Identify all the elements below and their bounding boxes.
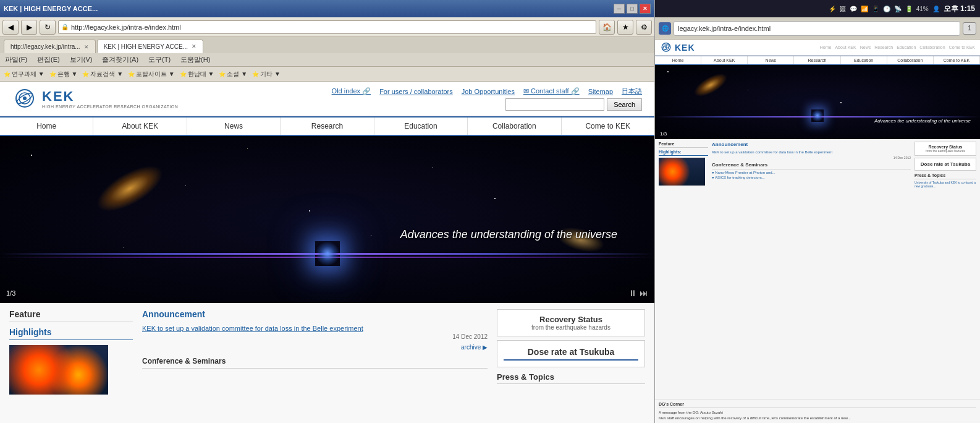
mobile-conference-link-2[interactable]: ● ASICS for tracking detectors... <box>712 176 911 179</box>
bookmark-other[interactable]: ⭐ 기타 ▼ <box>252 70 281 79</box>
tab-1[interactable]: http://legacy.kek.jp/intra... ✕ <box>4 40 96 53</box>
mobile-nav-education[interactable]: Education <box>841 56 887 64</box>
menu-view[interactable]: 보기(V) <box>70 55 93 64</box>
mobile-dg-text: A message from the DG: Atsuto SuzukiKEK … <box>659 410 976 421</box>
mobile-press-link-1[interactable]: University of Tsukuba and KEK to co-foun… <box>915 181 976 188</box>
nav-home[interactable]: Home <box>0 118 93 135</box>
search-button[interactable]: Search <box>607 98 642 111</box>
nav-come-to-kek[interactable]: Come to KEK <box>562 118 654 135</box>
header-link-japanese[interactable]: 日本語 <box>622 87 642 96</box>
mobile-url: legacy.kek.jp/intra-e/index.html <box>678 25 771 32</box>
forward-button[interactable]: ▶ <box>21 20 37 35</box>
battery-icon: 🔋 <box>905 6 913 12</box>
archive-link[interactable]: archive ▶ <box>142 344 488 351</box>
mobile-nav-news[interactable]: News <box>748 56 794 64</box>
nav-education[interactable]: Education <box>374 118 468 135</box>
nav-collaboration[interactable]: Collaboration <box>468 118 561 135</box>
mobile-star-2 <box>748 90 748 90</box>
recovery-box[interactable]: Recovery Status from the earthquake haza… <box>497 309 645 336</box>
content-right: Recovery Status from the earthquake haza… <box>497 309 645 417</box>
bookmark-hannam[interactable]: ⭐ 한남대 ▼ <box>180 70 214 79</box>
tab-1-close[interactable]: ✕ <box>84 44 89 50</box>
nav-research[interactable]: Research <box>281 118 374 135</box>
refresh-button[interactable]: ↻ <box>40 20 56 35</box>
announcement-link-1[interactable]: KEK to set up a validation committee for… <box>142 324 488 333</box>
menu-file[interactable]: 파일(F) <box>5 55 27 64</box>
settings-button[interactable]: ⚙ <box>636 20 652 35</box>
address-bar[interactable]: 🔒 http://legacy.kek.jp/intra-e/index.htm… <box>58 20 596 34</box>
menu-tools[interactable]: 도구(T) <box>148 55 171 64</box>
mobile-col-middle: Announcement KEK to set up a validation … <box>712 142 911 396</box>
mobile-nav-about[interactable]: About KEK <box>701 56 748 64</box>
star-icon-5: ⭐ <box>180 71 187 77</box>
dose-box[interactable]: Dose rate at Tsukuba <box>497 340 645 367</box>
mobile-press-title: Press & Topics <box>915 173 976 179</box>
bookmark-search[interactable]: ⭐ 자료검색 ▼ <box>82 70 123 79</box>
mobile-link-4: Research <box>874 45 893 49</box>
bookmark-bank[interactable]: ⭐ 은행 ▼ <box>49 70 78 79</box>
header-link-jobs[interactable]: Job Opportunities <box>462 88 515 95</box>
menu-favorites[interactable]: 즐겨찾기(A) <box>102 55 138 64</box>
mobile-conference-link-1[interactable]: ● Nano-Meso Frontier at Photon and... <box>712 171 911 174</box>
star-icon-1: ⭐ <box>4 71 11 77</box>
kek-header: KEK HIGH ENERGY ACCELERATOR RESEARCH ORG… <box>0 82 654 116</box>
header-link-old-index[interactable]: Old index 🔗 <box>332 87 371 95</box>
security-icon: 🔒 <box>61 24 69 30</box>
favorites-button[interactable]: ★ <box>617 20 633 35</box>
mobile-nav-come[interactable]: Come to KEK <box>934 56 980 64</box>
menu-edit[interactable]: 편집(E) <box>37 55 60 64</box>
mobile-link-2: About KEK <box>835 45 856 49</box>
nav-news[interactable]: News <box>187 118 281 135</box>
highlights-title: Highlights <box>9 327 133 340</box>
mobile-content: Feature Highlights: Announcement KEK to … <box>655 139 980 399</box>
feature-title: Feature <box>9 309 133 322</box>
back-button[interactable]: ◀ <box>2 20 19 35</box>
mobile-tab-count[interactable]: 1 <box>963 22 976 35</box>
star-5 <box>124 247 124 248</box>
tab-2-close[interactable]: ✕ <box>192 43 196 49</box>
kek-logo-icon <box>12 88 37 109</box>
header-link-sitemap[interactable]: Sitemap <box>588 88 613 95</box>
mobile-dose-box[interactable]: Dose rate at Tsukuba <box>915 158 976 171</box>
home-button[interactable]: 🏠 <box>599 20 615 35</box>
hero-counter: 1/3 <box>6 289 15 297</box>
search-input[interactable] <box>505 98 604 111</box>
svg-point-7 <box>665 46 667 48</box>
conference-title: Conference & Seminars <box>142 357 488 369</box>
tab-2-label: KEK | HIGH ENERGY ACCE... <box>104 43 188 50</box>
tab-2[interactable]: KEK | HIGH ENERGY ACCE... ✕ <box>97 40 203 53</box>
bookmark-label-3: 자료검색 ▼ <box>90 70 123 79</box>
mobile-nav-collaboration[interactable]: Collaboration <box>887 56 934 64</box>
hero-pause-button[interactable]: ⏸ <box>628 288 637 298</box>
signal-icon: 📡 <box>894 6 902 12</box>
bookmark-research[interactable]: ⭐ 연구과제 ▼ <box>4 70 44 79</box>
hero-next-button[interactable]: ⏭ <box>640 288 648 298</box>
maximize-button[interactable]: □ <box>627 4 638 14</box>
mobile-link-6: Collaboration <box>919 45 945 49</box>
header-link-users[interactable]: For users / collaborators <box>379 88 453 95</box>
kek-logo-text: KEK HIGH ENERGY ACCELERATOR RESEARCH ORG… <box>42 88 178 109</box>
mobile-kek-logo: KEK <box>660 42 695 53</box>
header-link-contact[interactable]: ✉ Contact staff 🔗 <box>523 87 580 95</box>
star-icon-7: ⭐ <box>252 71 259 77</box>
minimize-button[interactable]: ─ <box>614 4 625 14</box>
mobile-recovery-box[interactable]: Recovery Status from the earthquake haza… <box>915 142 976 156</box>
mobile-dg-section: DG's Corner A message from the DG: Atsut… <box>655 399 980 423</box>
mobile-address-text[interactable]: legacy.kek.jp/intra-e/index.html <box>674 21 960 36</box>
mobile-announcement-link[interactable]: KEK to set up a validation committee for… <box>712 150 911 155</box>
close-button[interactable]: ✕ <box>640 4 651 14</box>
mobile-hero: Advances the understanding of the univer… <box>655 65 980 139</box>
mobile-hero-light <box>811 109 824 122</box>
mobile-recovery-sub: from the earthquake hazards <box>916 149 974 153</box>
mobile-nav-research[interactable]: Research <box>794 56 840 64</box>
menu-help[interactable]: 도움말(H) <box>180 55 210 64</box>
bookmark-label-4: 포탈사이트 ▼ <box>136 70 175 79</box>
dose-title: Dose rate at Tsukuba <box>504 347 638 361</box>
bookmark-social[interactable]: ⭐ 소셜 ▼ <box>219 70 247 79</box>
nav-about[interactable]: About KEK <box>93 118 187 135</box>
hero-section: Advances the understanding of the univer… <box>0 136 654 303</box>
bookmark-portal[interactable]: ⭐ 포탈사이트 ▼ <box>128 70 175 79</box>
mobile-nav-home[interactable]: Home <box>655 56 701 64</box>
header-right: Old index 🔗 For users / collaborators Jo… <box>332 87 642 111</box>
mobile-recovery-title: Recovery Status <box>916 145 974 149</box>
